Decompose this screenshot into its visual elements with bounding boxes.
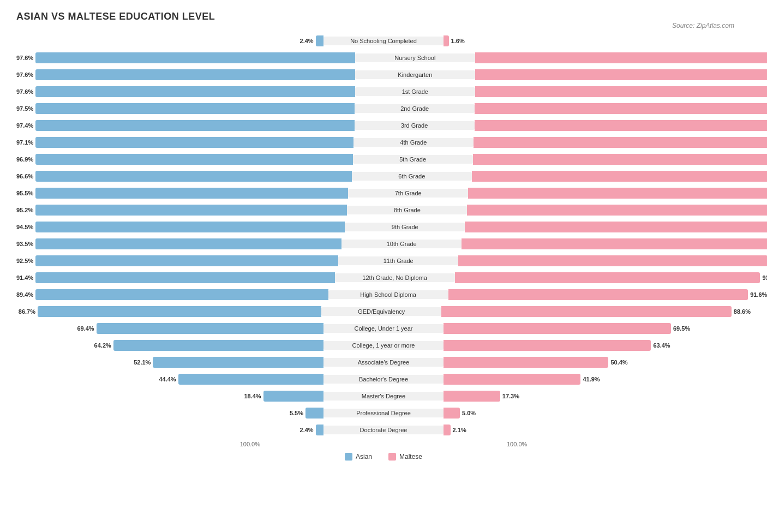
- category-label: 11th Grade: [338, 256, 458, 265]
- category-label-box: College, Under 1 year: [323, 324, 444, 333]
- bar-value-left: 92.5%: [16, 258, 33, 264]
- bar-value-right: 5.0%: [462, 410, 476, 416]
- left-bar-wrap: 89.4%: [16, 289, 328, 300]
- bar-value-left: 97.6%: [16, 71, 33, 78]
- left-bar-wrap: 95.5%: [16, 188, 348, 199]
- category-label: 2nd Grade: [355, 104, 475, 113]
- axis-labels: 100.0% 100.0%: [16, 441, 751, 447]
- category-label: No Schooling Completed: [323, 37, 444, 45]
- left-bar-wrap: 97.6%: [16, 86, 355, 97]
- legend-asian-label: Asian: [356, 453, 372, 461]
- bar-row: 64.2% College, 1 year or more 63.4%: [16, 338, 751, 353]
- bar-row: 97.6% 1st Grade 98.4%: [16, 84, 751, 99]
- bar-value-left: 95.5%: [16, 190, 33, 196]
- bar-asian: [35, 52, 355, 63]
- category-label: 3rd Grade: [355, 121, 475, 130]
- bar-row: 18.4% Master's Degree 17.3%: [16, 388, 751, 404]
- bar-asian: [316, 35, 323, 46]
- category-label: Nursery School: [355, 53, 475, 62]
- right-bar-wrap: 5.0%: [444, 408, 751, 419]
- category-label-box: 10th Grade: [341, 240, 462, 248]
- legend-asian-color: [345, 453, 352, 461]
- category-label-box: 1st Grade: [355, 87, 475, 96]
- bar-row: 97.1% 4th Grade 98.1%: [16, 135, 751, 150]
- category-label-box: 7th Grade: [348, 189, 468, 198]
- category-label-box: 4th Grade: [353, 138, 474, 147]
- right-bar-wrap: 98.4%: [475, 69, 767, 80]
- bar-maltese: [455, 272, 760, 283]
- bar-value-left: 44.4%: [159, 376, 176, 382]
- category-label: 6th Grade: [352, 172, 472, 181]
- bar-row: 44.4% Bachelor's Degree 41.9%: [16, 372, 751, 387]
- bar-value-right: 41.9%: [583, 376, 600, 382]
- bar-value-left: 96.6%: [16, 173, 33, 180]
- right-bar-wrap: 98.4%: [475, 52, 767, 63]
- bar-value-left: 91.4%: [16, 274, 33, 281]
- bar-maltese: [475, 86, 767, 97]
- left-bar-wrap: 92.5%: [16, 255, 338, 266]
- chart-title: ASIAN VS MALTESE EDUCATION LEVEL: [16, 11, 751, 22]
- bar-row: 91.4% 12th Grade, No Diploma 93.3%: [16, 270, 751, 285]
- right-bar-wrap: 88.6%: [441, 306, 751, 317]
- right-bar-wrap: 1.6%: [444, 35, 751, 46]
- bar-asian: [178, 374, 323, 385]
- bar-asian: [263, 391, 323, 402]
- bar-asian: [35, 120, 354, 131]
- chart-area: 2.4% No Schooling Completed 1.6% 97.6% N…: [16, 33, 751, 438]
- category-label-box: 2nd Grade: [355, 104, 475, 113]
- bar-value-left: 96.9%: [16, 156, 33, 163]
- right-bar-wrap: 96.3%: [465, 222, 767, 232]
- bar-value-left: 94.5%: [16, 224, 33, 230]
- bar-value-left: 97.6%: [16, 88, 33, 95]
- right-bar-wrap: 2.1%: [444, 425, 751, 435]
- bar-asian: [35, 222, 345, 232]
- category-label-box: Professional Degree: [323, 409, 444, 417]
- bar-asian: [97, 323, 323, 334]
- bar-asian: [35, 205, 347, 216]
- legend-maltese-color: [388, 453, 396, 461]
- bar-value-left: 69.4%: [77, 325, 94, 332]
- bar-asian: [153, 357, 323, 368]
- bar-asian: [35, 238, 341, 249]
- category-label-box: 12th Grade, No Diploma: [335, 273, 455, 282]
- bar-maltese: [444, 323, 671, 334]
- bar-maltese: [473, 154, 767, 165]
- bar-maltese: [444, 391, 500, 402]
- left-bar-wrap: 5.5%: [16, 408, 323, 419]
- category-label: Kindergarten: [355, 70, 475, 79]
- bar-row: 97.4% 3rd Grade 98.3%: [16, 118, 751, 133]
- bar-asian: [35, 86, 355, 97]
- category-label-box: No Schooling Completed: [323, 37, 444, 45]
- bar-row: 2.4% Doctorate Degree 2.1%: [16, 422, 751, 438]
- bar-value-left: 2.4%: [300, 427, 314, 433]
- axis-right-label: 100.0%: [444, 441, 751, 447]
- category-label: 7th Grade: [348, 189, 468, 198]
- bar-asian: [35, 171, 352, 182]
- left-bar-wrap: 18.4%: [16, 391, 323, 402]
- right-bar-wrap: 93.3%: [455, 272, 767, 283]
- bar-maltese: [444, 340, 651, 351]
- bar-row: 97.5% 2nd Grade 98.3%: [16, 101, 751, 116]
- bar-row: 96.6% 6th Grade 97.8%: [16, 169, 751, 184]
- bar-maltese: [467, 205, 767, 216]
- bar-maltese: [444, 357, 608, 368]
- left-bar-wrap: 2.4%: [16, 425, 323, 435]
- bar-value-right: 2.1%: [453, 427, 466, 433]
- bar-value-right: 50.4%: [610, 359, 627, 366]
- bar-value-left: 2.4%: [300, 38, 314, 44]
- category-label: Bachelor's Degree: [323, 375, 444, 384]
- category-label: College, 1 year or more: [323, 341, 444, 350]
- category-label-box: Associate's Degree: [323, 358, 444, 367]
- bar-row: 92.5% 11th Grade 94.5%: [16, 253, 751, 268]
- right-bar-wrap: 17.3%: [444, 391, 751, 402]
- bar-asian: [35, 137, 353, 148]
- legend-maltese-label: Maltese: [399, 453, 422, 461]
- bar-value-left: 95.2%: [16, 207, 33, 213]
- bar-maltese: [475, 120, 767, 131]
- bar-row: 97.6% Nursery School 98.4%: [16, 50, 751, 65]
- bar-maltese: [444, 408, 460, 419]
- bar-value-left: 93.5%: [16, 241, 33, 247]
- left-bar-wrap: 97.5%: [16, 103, 355, 114]
- right-bar-wrap: 98.1%: [474, 137, 767, 148]
- right-bar-wrap: 95.5%: [462, 238, 767, 249]
